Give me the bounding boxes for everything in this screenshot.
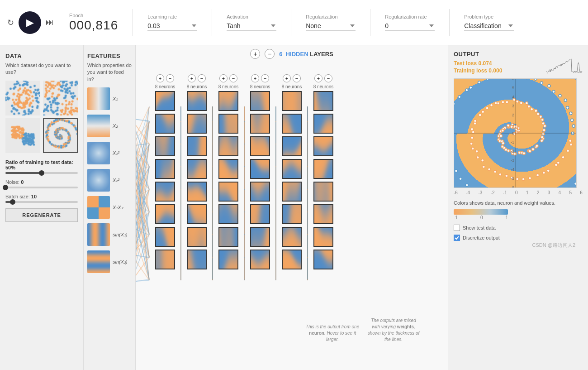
neuron-3-6[interactable] bbox=[250, 227, 270, 247]
remove-layer-button[interactable]: − bbox=[265, 49, 275, 59]
neuron-3-3[interactable] bbox=[250, 159, 270, 179]
add-neuron-button-2[interactable]: + bbox=[219, 74, 228, 82]
noise-slider-track[interactable] bbox=[5, 187, 78, 188]
noise-slider-section: Noise: 0 bbox=[5, 179, 78, 188]
feature-item-x2sq[interactable]: X₂² bbox=[87, 169, 132, 192]
neuron-0-2[interactable] bbox=[155, 136, 175, 156]
remove-neuron-button-2[interactable]: − bbox=[229, 74, 237, 82]
learning-rate-select[interactable]: 0.030.0010.010.1 bbox=[147, 21, 197, 31]
network-header: + − 6 HIDDEN LAYERS bbox=[136, 45, 448, 61]
dataset-xor[interactable] bbox=[43, 81, 78, 115]
feature-item-x1[interactable]: X₁ bbox=[87, 87, 132, 110]
remove-neuron-button-1[interactable]: − bbox=[198, 74, 206, 82]
neuron-0-0[interactable] bbox=[155, 91, 175, 111]
neuron-5-7[interactable] bbox=[313, 250, 333, 269]
neuron-canvas-2-5 bbox=[219, 205, 238, 224]
neuron-4-2[interactable] bbox=[282, 136, 302, 156]
neuron-4-7[interactable] bbox=[282, 250, 302, 269]
dataset-spiral[interactable] bbox=[43, 118, 78, 153]
remove-neuron-button-0[interactable]: − bbox=[166, 74, 174, 82]
play-button[interactable]: ▶ bbox=[19, 11, 41, 34]
dataset-gauss[interactable] bbox=[5, 118, 40, 153]
neuron-0-6[interactable] bbox=[155, 227, 175, 247]
neuron-2-0[interactable] bbox=[218, 91, 238, 111]
neuron-3-7[interactable] bbox=[250, 250, 270, 269]
problem-type-select[interactable]: ClassificationRegression bbox=[464, 21, 514, 31]
neuron-5-1[interactable] bbox=[313, 114, 333, 134]
step-button[interactable]: ⏭ bbox=[46, 18, 54, 27]
neuron-1-2[interactable] bbox=[187, 136, 207, 156]
feature-item-x1sq[interactable]: X₁² bbox=[87, 142, 132, 164]
regenerate-button[interactable]: REGENERATE bbox=[5, 208, 78, 222]
feature-item-sinx2[interactable]: sin(X₂) bbox=[87, 250, 132, 273]
neuron-4-1[interactable] bbox=[282, 114, 302, 134]
batch-slider-track[interactable] bbox=[5, 201, 78, 203]
neuron-0-3[interactable] bbox=[155, 159, 175, 179]
discretize-output-checkbox[interactable] bbox=[454, 235, 460, 241]
remove-neuron-button-4[interactable]: − bbox=[293, 74, 301, 82]
neuron-2-1[interactable] bbox=[218, 114, 238, 134]
discretize-output-row[interactable]: Discretize output bbox=[454, 235, 583, 241]
neuron-1-3[interactable] bbox=[187, 159, 207, 179]
neuron-2-5[interactable] bbox=[218, 204, 238, 224]
add-layer-button[interactable]: + bbox=[250, 49, 260, 59]
neuron-canvas-1-5 bbox=[188, 205, 207, 224]
neuron-5-6[interactable] bbox=[313, 227, 333, 247]
neuron-canvas-2-3 bbox=[219, 160, 238, 179]
neuron-0-1[interactable] bbox=[155, 114, 175, 134]
add-neuron-button-1[interactable]: + bbox=[188, 74, 196, 82]
neuron-1-1[interactable] bbox=[187, 114, 207, 134]
neuron-5-0[interactable] bbox=[313, 91, 333, 111]
neuron-4-3[interactable] bbox=[282, 159, 302, 179]
ratio-slider-section: Ratio of training to test data: 50% bbox=[5, 159, 78, 174]
neuron-canvas-5-4 bbox=[314, 183, 333, 202]
activation-select[interactable]: TanhReLUSigmoidLinear bbox=[227, 21, 276, 31]
neuron-3-4[interactable] bbox=[250, 182, 270, 202]
neuron-2-2[interactable] bbox=[218, 136, 238, 156]
neuron-0-4[interactable] bbox=[155, 182, 175, 202]
remove-neuron-button-3[interactable]: − bbox=[261, 74, 269, 82]
add-neuron-button-3[interactable]: + bbox=[251, 74, 259, 82]
neuron-1-5[interactable] bbox=[187, 204, 207, 224]
add-neuron-button-5[interactable]: + bbox=[314, 74, 322, 82]
add-neuron-button-4[interactable]: + bbox=[283, 74, 291, 82]
neuron-5-2[interactable] bbox=[313, 136, 333, 156]
neuron-2-4[interactable] bbox=[218, 182, 238, 202]
feature-item-x2[interactable]: X₂ bbox=[87, 115, 132, 137]
neuron-1-6[interactable] bbox=[187, 227, 207, 247]
neuron-3-2[interactable] bbox=[250, 136, 270, 156]
neuron-3-0[interactable] bbox=[250, 91, 270, 111]
neuron-4-4[interactable] bbox=[282, 182, 302, 202]
batch-slider-section: Batch size: 10 bbox=[5, 194, 78, 203]
neuron-canvas-4-2 bbox=[283, 137, 302, 156]
remove-neuron-button-5[interactable]: − bbox=[324, 74, 332, 82]
neuron-1-0[interactable] bbox=[187, 91, 207, 111]
reg-rate-select[interactable]: 00.0010.0030.01 bbox=[385, 21, 435, 31]
show-test-data-checkbox[interactable] bbox=[454, 225, 460, 231]
neuron-2-7[interactable] bbox=[218, 250, 238, 269]
dataset-circles[interactable] bbox=[5, 81, 40, 115]
neuron-1-7[interactable] bbox=[187, 250, 207, 269]
add-neuron-button-0[interactable]: + bbox=[156, 74, 164, 82]
regularization-block: Regularization NoneL1L2 bbox=[306, 14, 356, 31]
reset-button[interactable]: ↻ bbox=[7, 18, 14, 28]
neuron-2-3[interactable] bbox=[218, 159, 238, 179]
neuron-5-5[interactable] bbox=[313, 204, 333, 224]
neuron-4-6[interactable] bbox=[282, 227, 302, 247]
neuron-4-5[interactable] bbox=[282, 204, 302, 224]
ratio-slider-track[interactable] bbox=[5, 172, 78, 174]
regularization-select[interactable]: NoneL1L2 bbox=[306, 21, 356, 31]
neuron-count-5: 8 neurons bbox=[313, 84, 333, 89]
neuron-3-5[interactable] bbox=[250, 204, 270, 224]
feature-item-x1x2[interactable]: X₁X₂ bbox=[87, 196, 132, 219]
neuron-5-3[interactable] bbox=[313, 159, 333, 179]
neuron-3-1[interactable] bbox=[250, 114, 270, 134]
neuron-0-5[interactable] bbox=[155, 204, 175, 224]
neuron-0-7[interactable] bbox=[155, 250, 175, 269]
neuron-5-4[interactable] bbox=[313, 182, 333, 202]
neuron-4-0[interactable] bbox=[282, 91, 302, 111]
show-test-data-row[interactable]: Show test data bbox=[454, 225, 583, 231]
neuron-1-4[interactable] bbox=[187, 182, 207, 202]
neuron-2-6[interactable] bbox=[218, 227, 238, 247]
feature-item-sinx1[interactable]: sin(X₁) bbox=[87, 223, 132, 246]
